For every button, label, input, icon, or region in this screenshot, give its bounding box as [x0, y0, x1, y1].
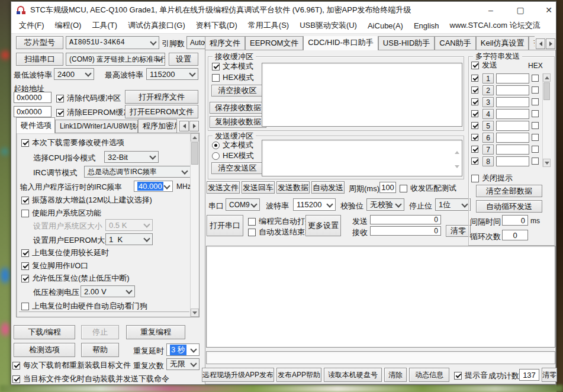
minimize-button[interactable]: – — [479, 2, 503, 18]
multi-row-enable-checkbox[interactable] — [471, 122, 478, 129]
tab-program-encrypt[interactable]: 程序加密后 — [138, 119, 177, 133]
long-reset-checkbox[interactable]: 上电复位使用较长延时 — [21, 248, 109, 258]
multi-row-hex-checkbox[interactable] — [532, 158, 539, 165]
period-input[interactable]: 100 — [379, 182, 396, 193]
multi-row-enable-checkbox[interactable] — [471, 146, 478, 153]
auto-terminator-checkbox[interactable]: 自动发送结束符 — [248, 227, 313, 237]
tab-can[interactable]: CAN助手 — [435, 36, 475, 50]
osc-gain-checkbox[interactable]: 振荡器放大增益(12M以上建议选择) — [21, 195, 152, 205]
eeprom-size-select[interactable]: 1 K — [105, 233, 153, 245]
multi-row-input[interactable] — [496, 133, 529, 143]
recv-hex-mode-checkbox[interactable]: HEX模式 — [212, 72, 254, 83]
tab-cdc-hid-serial[interactable]: CDC/HID-串口助手 — [303, 36, 378, 50]
save-receive-button[interactable]: 保存接收数据 — [210, 102, 266, 114]
copy-receive-button[interactable]: 复制接收数据 — [210, 116, 266, 128]
auto-open-checkbox[interactable]: 编程完自动打开 — [248, 216, 313, 227]
multi-row-hex-checkbox[interactable] — [532, 75, 539, 82]
counters-reset-button[interactable]: 清零 — [446, 225, 471, 237]
multi-row-input[interactable] — [496, 97, 529, 107]
clear-receive-button[interactable]: 清空接收区 — [211, 85, 263, 97]
tab-eeprom-file[interactable]: EEPROM文件 — [245, 36, 303, 50]
close-button[interactable]: ✕ — [537, 2, 561, 18]
send-scroll-up-icon[interactable] — [455, 142, 459, 151]
modify-hw-checkbox[interactable]: 本次下载需要修改硬件选项 — [21, 137, 124, 148]
send-text-mode-radio[interactable]: 文本模式 — [212, 140, 253, 150]
multi-row-enable-checkbox[interactable] — [471, 158, 478, 165]
chip-model-select[interactable]: AI8051U-34K64 — [66, 36, 159, 49]
remote-upgrade-button[interactable]: 远程现场升级APP发布 — [202, 368, 274, 382]
send-hex-mode-radio[interactable]: HEX模式 — [212, 150, 254, 161]
tab-offline-download[interactable]: Link1D/Writer1A/U8W脱机 — [55, 120, 138, 133]
reprogram-button[interactable]: 重复编程 — [126, 325, 185, 339]
reload-before-download-checkbox[interactable]: 每次下载前都重新装载目标文件 — [12, 360, 131, 371]
max-baud-select[interactable]: 115200 — [146, 68, 198, 80]
tab-usb-hid[interactable]: USB-HID助手 — [378, 36, 435, 50]
menu-debug-interface[interactable]: 调试仿真接口(G) — [123, 18, 191, 33]
multi-row-enable-checkbox[interactable] — [471, 98, 478, 105]
options-scrollbar[interactable] — [190, 133, 199, 317]
repeat-delay-select[interactable]: 3 秒 — [166, 343, 200, 356]
open-program-button[interactable]: 打开程序文件 — [125, 90, 198, 104]
download-program-button[interactable]: 下载/编程 — [14, 325, 75, 339]
check-options-button[interactable]: 检测选项 — [14, 343, 75, 357]
multi-row-enable-checkbox[interactable] — [471, 110, 478, 117]
loop-count-input[interactable]: 0 — [502, 230, 528, 240]
left-tabs-scroll-left-button[interactable] — [179, 121, 189, 131]
open-eeprom-button[interactable]: 打开EEPROM文件 — [125, 105, 198, 118]
clear-send-button[interactable]: 清空发送区 — [211, 162, 263, 174]
send-file-button[interactable]: 发送文件 — [207, 181, 240, 194]
multi-row-input[interactable] — [496, 73, 529, 83]
irc-freq-input[interactable]: 40.000 — [134, 181, 173, 192]
tab-examples[interactable]: 范例程序 — [529, 36, 535, 50]
right-tabs-scroll-left-button[interactable] — [536, 38, 545, 49]
sys-size-select[interactable]: 0.5 K — [105, 219, 153, 231]
auto-send-button[interactable]: 自动发送 — [311, 181, 345, 194]
menu-usb-driver[interactable]: USB驱动安装(U) — [294, 18, 362, 33]
clear-log-button[interactable]: 清除 — [384, 368, 407, 382]
success-reset-button[interactable]: 清零 — [542, 368, 557, 382]
user-sys-checkbox[interactable]: 使能用户系统区功能 — [21, 208, 101, 219]
multi-row-hex-checkbox[interactable] — [532, 122, 539, 129]
multi-row-number-button[interactable]: 6 — [482, 133, 494, 143]
read-disk-id-button[interactable]: 读取本机硬盘号 — [324, 368, 382, 382]
close-tip-checkbox[interactable]: 关闭提示 — [471, 173, 513, 184]
scroll-down-button[interactable] — [543, 159, 551, 167]
multi-row-number-button[interactable]: 2 — [482, 85, 494, 95]
send-cr-button[interactable]: 发送回车 — [242, 181, 275, 194]
multi-row-hex-checkbox[interactable] — [532, 98, 539, 105]
right-tabs-scroll-right-button[interactable] — [546, 38, 555, 49]
multi-row-hex-checkbox[interactable] — [532, 134, 539, 141]
port-settings-button[interactable]: 设置 — [169, 53, 198, 66]
tab-program-file[interactable]: 程序文件 — [205, 36, 245, 50]
wdt-checkbox[interactable]: 上电复位时由硬件自动启动看门狗 — [21, 301, 147, 311]
parity-combo[interactable]: 无校验 — [366, 198, 404, 211]
eeprom-address-input[interactable]: 0x0000 — [14, 106, 52, 117]
menu-aicube[interactable]: AiCube(A) — [362, 18, 408, 33]
multi-row-hex-checkbox[interactable] — [532, 146, 539, 153]
recv-text-mode-checkbox[interactable]: 文本模式 — [212, 61, 253, 72]
help-button[interactable]: 帮助 — [81, 343, 119, 357]
multi-row-enable-checkbox[interactable] — [471, 86, 478, 94]
send-data-button[interactable]: 发送数据 — [276, 181, 310, 194]
scroll-down-button[interactable] — [191, 309, 199, 317]
chip-model-button[interactable]: 芯片型号 — [16, 36, 63, 49]
multi-row-number-button[interactable]: 8 — [482, 156, 494, 166]
interval-input[interactable]: 0 — [502, 215, 528, 226]
menu-forum-link[interactable]: www.STCAI.com 论坛交流 — [445, 18, 546, 33]
multi-row-input[interactable] — [496, 85, 529, 95]
beep-checkbox[interactable]: 提示音 — [454, 370, 488, 381]
scrollbar-thumb[interactable] — [191, 142, 198, 165]
cpu-mode-select[interactable]: 32-Bit — [104, 151, 159, 163]
scroll-up-button[interactable] — [543, 73, 551, 82]
repeat-count-select[interactable]: 无限 — [166, 358, 200, 370]
left-tabs-scroll-right-button[interactable] — [189, 121, 199, 131]
clear-all-data-button[interactable]: 清空全部数据 — [476, 185, 542, 197]
multi-row-number-button[interactable]: 3 — [482, 97, 494, 107]
multi-row-number-button[interactable]: 1 — [482, 73, 494, 83]
dynamic-info-button[interactable]: 动态信息 — [409, 368, 449, 382]
min-baud-select[interactable]: 2400 — [54, 68, 94, 80]
serial-port-select[interactable]: (COM9) 蓝牙链接上的标准串行 — [66, 53, 165, 66]
multi-row-input[interactable] — [496, 144, 529, 155]
log-output-area[interactable] — [206, 246, 555, 348]
multi-row-enable-checkbox[interactable] — [471, 75, 478, 82]
